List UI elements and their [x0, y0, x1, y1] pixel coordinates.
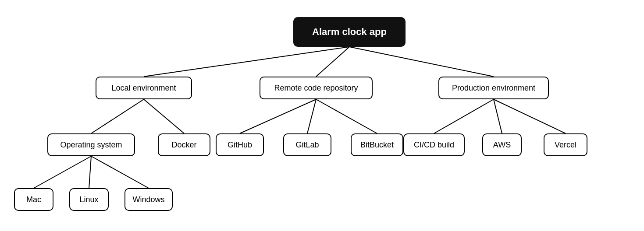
- svg-line-5: [240, 99, 316, 133]
- svg-line-3: [91, 99, 144, 133]
- node-local-environment: Local environment: [96, 77, 192, 99]
- node-mac: Mac: [14, 188, 53, 211]
- node-cicd: CI/CD build: [403, 133, 465, 156]
- diagram-container: Alarm clock app Local environment Remote…: [0, 0, 644, 231]
- node-remote-repository: Remote code repository: [260, 77, 373, 99]
- node-root: Alarm clock app: [293, 17, 406, 47]
- node-aws: AWS: [482, 133, 522, 156]
- svg-line-9: [494, 99, 502, 133]
- svg-line-13: [91, 156, 149, 188]
- node-gitlab: GitLab: [283, 133, 331, 156]
- svg-line-1: [316, 47, 349, 77]
- svg-line-0: [144, 47, 349, 77]
- svg-line-11: [34, 156, 91, 188]
- svg-line-12: [89, 156, 91, 188]
- svg-line-10: [494, 99, 566, 133]
- node-operating-system: Operating system: [47, 133, 135, 156]
- svg-line-8: [434, 99, 494, 133]
- node-docker: Docker: [158, 133, 210, 156]
- node-production-environment: Production environment: [438, 77, 549, 99]
- svg-line-7: [316, 99, 377, 133]
- node-windows: Windows: [125, 188, 173, 211]
- node-github: GitHub: [216, 133, 264, 156]
- svg-line-4: [144, 99, 184, 133]
- node-vercel: Vercel: [544, 133, 587, 156]
- node-linux: Linux: [69, 188, 109, 211]
- node-bitbucket: BitBucket: [351, 133, 403, 156]
- svg-line-6: [307, 99, 316, 133]
- svg-line-2: [349, 47, 494, 77]
